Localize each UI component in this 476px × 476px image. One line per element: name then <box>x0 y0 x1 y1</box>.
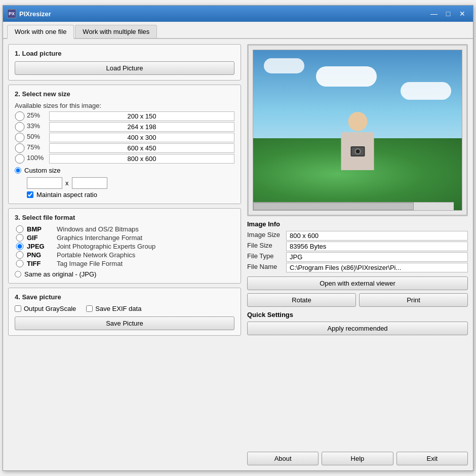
radio-png[interactable] <box>15 251 25 259</box>
cloud2 <box>264 58 304 73</box>
section4-title: 4. Save picture <box>15 293 234 301</box>
scrollbar-thumb-h[interactable] <box>253 203 414 210</box>
radio-custom[interactable] <box>15 167 21 174</box>
radio-100[interactable] <box>15 154 25 164</box>
action-buttons: Open with external viewer Rotate Print <box>247 276 468 307</box>
window-controls: — □ ✕ <box>427 9 469 19</box>
radio-75[interactable] <box>15 143 25 153</box>
format-options: BMP Windows and OS/2 Bitmaps GIF Graphic… <box>15 225 234 267</box>
rotate-print-row: Rotate Print <box>247 293 468 307</box>
preview-inner <box>253 50 462 211</box>
camera-body <box>350 146 365 156</box>
save-exif-label[interactable]: Save EXIF data <box>86 305 141 312</box>
radio-same-as-original[interactable] <box>15 271 21 277</box>
footer-buttons: About Help Exit <box>247 452 468 465</box>
minimize-button[interactable]: — <box>427 9 441 19</box>
load-picture-button[interactable]: Load Picture <box>15 61 234 75</box>
person-head <box>348 112 367 131</box>
size-options: 25% 200 x 150 33% 264 x 198 50% 400 x 30… <box>15 111 234 164</box>
main-window: PX PIXresizer — □ ✕ Work with one file W… <box>3 5 473 471</box>
radio-bmp[interactable] <box>15 225 25 233</box>
radio-jpeg[interactable] <box>15 243 25 250</box>
person-figure <box>341 112 374 170</box>
same-as-original-row: Same as original - (JPG) <box>15 270 234 278</box>
custom-width-input[interactable]: 600 <box>27 177 62 189</box>
rotate-button[interactable]: Rotate <box>247 293 356 307</box>
section-save-picture: 4. Save picture Output GrayScale Save EX… <box>8 288 241 336</box>
cloud1 <box>316 66 377 87</box>
section-file-format: 3. Select file format BMP Windows and OS… <box>8 208 241 284</box>
custom-height-input[interactable]: 450 <box>72 177 107 189</box>
section2-title: 2. Select new size <box>15 90 234 98</box>
output-grayscale-checkbox[interactable] <box>15 305 21 312</box>
tab-multiple-files[interactable]: Work with multiple files <box>75 25 157 38</box>
section-load-picture: 1. Load picture Load Picture <box>8 44 241 81</box>
output-grayscale-label[interactable]: Output GrayScale <box>15 305 76 312</box>
custom-size-label: Custom size <box>24 167 61 174</box>
section1-title: 1. Load picture <box>15 50 234 57</box>
apply-recommended-button[interactable]: Apply recommended <box>247 322 468 335</box>
radio-tiff[interactable] <box>15 260 25 267</box>
available-sizes-label: Available sizes for this image: <box>15 102 234 109</box>
person-body <box>341 132 374 170</box>
content-area: 1. Load picture Load Picture 2. Select n… <box>3 39 473 470</box>
save-picture-button[interactable]: Save Picture <box>15 316 234 330</box>
horizontal-scrollbar[interactable] <box>253 202 454 210</box>
window-title: PIXresizer <box>19 10 427 18</box>
exit-button[interactable]: Exit <box>396 452 468 465</box>
right-panel: Image Info Image Size 800 x 600 File Siz… <box>247 44 468 465</box>
help-button[interactable]: Help <box>322 452 393 465</box>
print-button[interactable]: Print <box>359 293 468 307</box>
aspect-ratio-row: Maintain aspect ratio <box>27 191 234 199</box>
about-button[interactable]: About <box>247 452 319 465</box>
section3-title: 3. Select file format <box>15 214 234 221</box>
image-info-table: Image Size 800 x 600 File Size 83956 Byt… <box>247 231 468 272</box>
app-icon: PX <box>7 9 16 18</box>
radio-25[interactable] <box>15 111 25 121</box>
save-options: Output GrayScale Save EXIF data <box>15 305 234 312</box>
tab-one-file[interactable]: Work with one file <box>7 25 74 39</box>
open-external-button[interactable]: Open with external viewer <box>247 276 468 290</box>
quick-settings-title: Quick Settings <box>247 311 468 319</box>
title-bar: PX PIXresizer — □ ✕ <box>3 6 473 22</box>
preview-frame <box>247 44 468 216</box>
size-separator: x <box>65 179 69 187</box>
save-exif-checkbox[interactable] <box>86 305 93 312</box>
preview-image <box>253 50 462 210</box>
same-as-original-label: Same as original - (JPG) <box>24 270 96 278</box>
radio-gif[interactable] <box>15 234 25 242</box>
maximize-button[interactable]: □ <box>442 9 455 19</box>
image-info-title: Image Info <box>247 220 468 228</box>
maintain-aspect-checkbox[interactable] <box>27 191 33 198</box>
custom-size-row: 600 x 450 <box>27 177 234 189</box>
section-select-size: 2. Select new size Available sizes for t… <box>8 85 241 204</box>
maintain-aspect-label[interactable]: Maintain aspect ratio <box>36 191 97 199</box>
left-panel: 1. Load picture Load Picture 2. Select n… <box>8 44 241 465</box>
tab-bar: Work with one file Work with multiple fi… <box>3 22 473 39</box>
camera-lens <box>354 148 361 154</box>
quick-settings-section: Quick Settings Apply recommended <box>247 311 468 335</box>
cloud3 <box>401 82 451 100</box>
radio-50[interactable] <box>15 133 25 142</box>
image-info-section: Image Info Image Size 800 x 600 File Siz… <box>247 220 468 272</box>
radio-33[interactable] <box>15 122 25 132</box>
close-button[interactable]: ✕ <box>456 9 469 19</box>
custom-size-option: Custom size <box>15 167 234 174</box>
